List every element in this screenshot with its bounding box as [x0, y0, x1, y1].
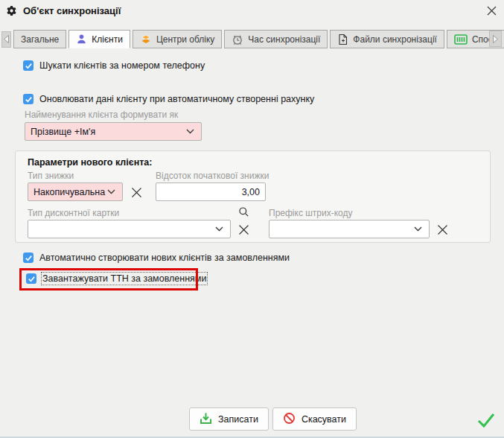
close-icon[interactable]	[479, 0, 504, 21]
checkbox-row-update-client: Оновлювати дані клієнту при автоматичном…	[23, 94, 314, 104]
card-type-label: Тип дисконтної картки	[28, 208, 119, 218]
checkbox-row-search-phone: Шукати клієнтів за номером телефону	[23, 60, 205, 71]
search-phone-label: Шукати клієнтів за номером телефону	[39, 60, 205, 71]
chevron-down-icon	[414, 226, 422, 232]
client-name-format-label: Найменування клієнта формувати як	[25, 110, 178, 120]
cancel-button[interactable]: Скасувати	[272, 407, 357, 431]
chevron-down-icon	[107, 189, 115, 194]
save-icon	[200, 412, 212, 427]
auto-create-label: Автоматично створювати нових клієнтів за…	[39, 253, 290, 263]
window-title: Об'єкт синхронізації	[23, 5, 121, 16]
discount-type-clear-icon[interactable]	[129, 185, 144, 200]
update-client-label: Оновлювати дані клієнту при автоматичном…	[39, 94, 314, 104]
sync-object-dialog: Об'єкт синхронізації Загальне Клієнти	[0, 0, 504, 438]
tab-fajly-label: Файли синхронізації	[353, 34, 437, 45]
barcode-prefix-clear-icon[interactable]	[435, 222, 450, 237]
barcode-icon	[454, 34, 468, 45]
file-plus-icon	[337, 34, 348, 45]
layers-icon	[140, 34, 152, 45]
title-bar: Об'єкт синхронізації	[0, 0, 504, 21]
new-client-parameters-group: Параметри нового клієнта: Тип знижки Нак…	[15, 150, 491, 243]
load-ttn-checkbox[interactable]	[26, 273, 36, 284]
tab-klienty[interactable]: Клієнти	[68, 30, 130, 48]
tab-chas-synchronizacii[interactable]: Час синхронізації	[224, 30, 328, 48]
group-title: Параметри нового клієнта:	[28, 157, 152, 168]
cancel-icon	[283, 412, 296, 427]
confirm-check-icon[interactable]	[477, 412, 495, 431]
card-type-clear-icon[interactable]	[236, 222, 251, 237]
auto-create-checkbox[interactable]	[23, 253, 34, 263]
client-name-format-value: Прізвище +Ім'я	[31, 127, 95, 137]
tabs-scroll-right-icon[interactable]	[489, 31, 502, 47]
discount-type-select[interactable]: Накопичувальна	[28, 182, 123, 201]
tab-zagalne[interactable]: Загальне	[13, 30, 66, 48]
tab-fajly-synchronizacii[interactable]: Файли синхронізації	[330, 30, 444, 48]
card-type-search-icon[interactable]	[236, 204, 251, 219]
load-ttn-label: Завантажувати ТТН за замовленнями	[42, 273, 206, 284]
clock-icon	[232, 34, 243, 45]
initial-discount-input[interactable]	[156, 182, 266, 201]
footer-buttons: Записати Скасувати	[189, 407, 357, 431]
discount-type-label: Тип знижки	[28, 171, 74, 181]
barcode-prefix-label: Префікс штрих-коду	[269, 208, 353, 218]
barcode-prefix-select[interactable]	[269, 220, 430, 238]
cancel-button-label: Скасувати	[302, 414, 346, 425]
gear-icon	[6, 5, 17, 16]
client-name-format-select[interactable]: Прізвище +Ім'я	[25, 122, 202, 141]
update-client-checkbox[interactable]	[23, 94, 34, 104]
tab-klienty-label: Клієнти	[92, 34, 123, 45]
save-button-label: Записати	[218, 414, 258, 425]
save-button[interactable]: Записати	[189, 407, 269, 431]
tab-centry-label: Центри обліку	[156, 34, 214, 45]
tab-zagalne-label: Загальне	[21, 34, 59, 45]
chevron-down-icon	[186, 129, 194, 134]
checkbox-row-load-ttn: Завантажувати ТТН за замовленнями	[26, 273, 206, 284]
initial-discount-label: Відсоток початкової знижки	[156, 171, 269, 181]
discount-type-value: Накопичувальна	[34, 187, 105, 197]
tab-strip: Загальне Клієнти Центри обліку	[0, 30, 504, 48]
person-icon	[76, 34, 87, 45]
tabs-scroll-left-icon[interactable]	[1, 31, 11, 48]
tab-centry-obliku[interactable]: Центри обліку	[133, 30, 222, 48]
tab-chas-label: Час синхронізації	[248, 34, 320, 45]
search-phone-checkbox[interactable]	[23, 60, 34, 71]
checkbox-row-auto-create: Автоматично створювати нових клієнтів за…	[23, 253, 290, 263]
chevron-down-icon	[215, 226, 223, 232]
card-type-select[interactable]	[28, 220, 231, 238]
